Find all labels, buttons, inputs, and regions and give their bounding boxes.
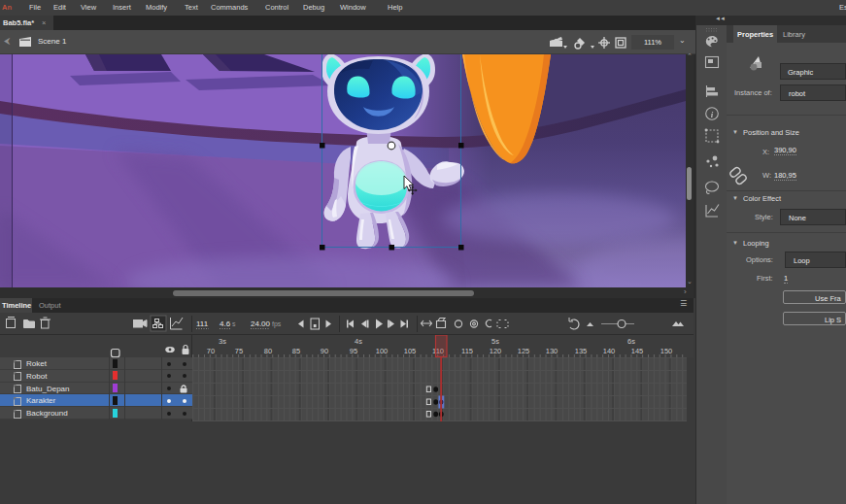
svg-text:105: 105 (404, 347, 417, 355)
svg-text:75: 75 (235, 347, 243, 355)
svg-text:95: 95 (350, 347, 357, 355)
svg-text:111: 111 (196, 319, 209, 328)
svg-text:145: 145 (631, 347, 644, 355)
svg-text:4s: 4s (355, 337, 362, 346)
svg-text:130: 130 (546, 347, 558, 355)
svg-text:125: 125 (518, 347, 530, 355)
svg-text:100: 100 (376, 347, 389, 355)
svg-text:90: 90 (321, 347, 328, 355)
svg-text:6s: 6s (627, 337, 635, 346)
svg-text:70: 70 (207, 347, 215, 355)
svg-text:fps: fps (272, 320, 282, 328)
svg-text:115: 115 (461, 347, 473, 355)
svg-text:s: s (232, 320, 236, 327)
svg-text:85: 85 (292, 347, 300, 355)
svg-text:140: 140 (603, 347, 616, 355)
svg-text:5s: 5s (491, 337, 499, 346)
svg-text:i: i (711, 110, 714, 119)
svg-text:24.00: 24.00 (251, 319, 271, 328)
svg-text:4.6: 4.6 (220, 319, 231, 328)
svg-text:150: 150 (660, 347, 673, 355)
svg-text:80: 80 (264, 347, 272, 355)
svg-text:120: 120 (490, 347, 502, 355)
svg-text:135: 135 (575, 347, 588, 355)
svg-text:3s: 3s (219, 337, 226, 346)
